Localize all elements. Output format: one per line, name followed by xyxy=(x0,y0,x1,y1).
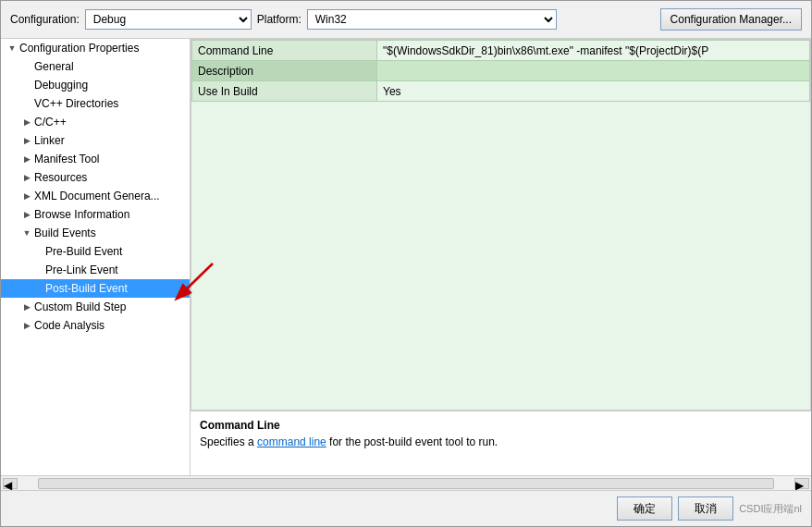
tree-label-post-build: Post-Build Event xyxy=(45,279,128,298)
right-panel: Command Line "$(WindowsSdkDir_81)bin\x86… xyxy=(191,39,811,475)
tree-label-vc-directories: VC++ Directories xyxy=(34,94,118,113)
prop-value-command-line[interactable]: "$(WindowsSdkDir_81)bin\x86\mt.exe" -man… xyxy=(377,41,810,61)
expander-cpp[interactable]: ▶ xyxy=(19,115,34,129)
property-grid: Command Line "$(WindowsSdkDir_81)bin\x86… xyxy=(191,39,811,411)
tree-item-custom-build[interactable]: ▶ Custom Build Step xyxy=(1,298,190,316)
expander-manifest-tool[interactable]: ▶ xyxy=(19,152,34,166)
tree-label-general: General xyxy=(34,57,74,76)
config-label: Configuration: xyxy=(10,13,80,26)
expander-custom-build[interactable]: ▶ xyxy=(19,300,34,314)
tree-label-pre-link: Pre-Link Event xyxy=(45,261,118,279)
description-panel: Command Line Specifies a command line fo… xyxy=(191,411,811,475)
prop-name-description: Description xyxy=(192,61,377,81)
tree-item-config-properties[interactable]: ▼ Configuration Properties xyxy=(1,39,190,57)
prop-name-command-line: Command Line xyxy=(192,41,377,61)
ok-button[interactable]: 确定 xyxy=(617,496,672,521)
platform-select[interactable]: Win32 xyxy=(307,9,557,30)
prop-value-use-in-build[interactable]: Yes xyxy=(377,81,810,102)
prop-name-use-in-build: Use In Build xyxy=(192,81,377,102)
tree-item-build-events[interactable]: ▼ Build Events xyxy=(1,224,190,242)
platform-label: Platform: xyxy=(257,13,301,26)
expander-browse-info[interactable]: ▶ xyxy=(19,207,34,222)
description-title: Command Line xyxy=(200,419,802,432)
left-panel: ▼ Configuration Properties General Deb xyxy=(1,39,191,475)
tree-label-code-analysis: Code Analysis xyxy=(34,316,105,335)
expander-xml-doc[interactable]: ▶ xyxy=(19,189,34,203)
expander-config-properties[interactable]: ▼ xyxy=(5,41,19,55)
tree-root: ▼ Configuration Properties General Deb xyxy=(1,39,190,335)
scroll-left-btn[interactable]: ◀ xyxy=(3,478,18,489)
bottom-bar: 确定 取消 CSDI应用端nl xyxy=(1,490,811,526)
tree-item-general[interactable]: General xyxy=(1,57,190,76)
prop-value-description[interactable] xyxy=(377,61,810,81)
tree-item-cpp[interactable]: ▶ C/C++ xyxy=(1,113,190,131)
cancel-button[interactable]: 取消 xyxy=(678,496,733,521)
tree-label-linker: Linker xyxy=(34,131,65,150)
tree-label-browse-info: Browse Information xyxy=(34,205,129,224)
tree-item-resources[interactable]: ▶ Resources xyxy=(1,168,190,187)
tree-label-cpp: C/C++ xyxy=(34,113,67,131)
tree-item-pre-link[interactable]: Pre-Link Event xyxy=(1,261,190,279)
watermark-label: CSDI应用端nl xyxy=(739,502,802,516)
tree-label-resources: Resources xyxy=(34,168,87,187)
tree-label-build-events: Build Events xyxy=(34,224,96,242)
main-content: ▼ Configuration Properties General Deb xyxy=(1,39,811,475)
expander-code-analysis[interactable]: ▶ xyxy=(19,318,34,333)
prop-row-description[interactable]: Description xyxy=(192,61,810,81)
tree-item-manifest-tool[interactable]: ▶ Manifest Tool xyxy=(1,150,190,168)
toolbar: Configuration: Debug Platform: Win32 Con… xyxy=(1,1,811,39)
expander-linker[interactable]: ▶ xyxy=(19,133,34,148)
expander-resources[interactable]: ▶ xyxy=(19,170,34,185)
tree-label-debugging: Debugging xyxy=(34,76,88,94)
description-link: command line xyxy=(257,435,326,448)
description-text: Specifies a command line for the post-bu… xyxy=(200,435,802,448)
tree-item-vc-directories[interactable]: VC++ Directories xyxy=(1,94,190,113)
tree-item-browse-info[interactable]: ▶ Browse Information xyxy=(1,205,190,224)
prop-row-use-in-build[interactable]: Use In Build Yes xyxy=(192,81,810,102)
main-dialog: Configuration: Debug Platform: Win32 Con… xyxy=(0,0,812,527)
tree-item-debugging[interactable]: Debugging xyxy=(1,76,190,94)
tree-label-config-properties: Configuration Properties xyxy=(19,39,139,57)
tree-item-xml-doc[interactable]: ▶ XML Document Genera... xyxy=(1,187,190,205)
config-select[interactable]: Debug xyxy=(85,9,252,30)
tree-label-manifest-tool: Manifest Tool xyxy=(34,150,99,168)
tree-label-custom-build: Custom Build Step xyxy=(34,298,126,316)
expander-debugging xyxy=(19,78,34,92)
scroll-right-btn[interactable]: ▶ xyxy=(794,478,809,489)
horizontal-scrollbar[interactable] xyxy=(38,478,774,489)
tree-item-post-build[interactable]: Post-Build Event xyxy=(1,279,190,298)
tree-label-xml-doc: XML Document Genera... xyxy=(34,187,160,205)
tree-item-linker[interactable]: ▶ Linker xyxy=(1,131,190,150)
tree-item-code-analysis[interactable]: ▶ Code Analysis xyxy=(1,316,190,335)
expander-vc-dirs xyxy=(19,96,34,111)
expander-pre-build xyxy=(31,244,45,259)
prop-row-command-line[interactable]: Command Line "$(WindowsSdkDir_81)bin\x86… xyxy=(192,41,810,61)
expander-general xyxy=(19,59,34,74)
expander-pre-link xyxy=(31,263,45,277)
tree-label-pre-build: Pre-Build Event xyxy=(45,242,122,261)
expander-post-build xyxy=(31,281,45,296)
config-manager-button[interactable]: Configuration Manager... xyxy=(660,8,802,31)
prop-table: Command Line "$(WindowsSdkDir_81)bin\x86… xyxy=(191,40,810,102)
tree-item-pre-build[interactable]: Pre-Build Event xyxy=(1,242,190,261)
expander-build-events[interactable]: ▼ xyxy=(19,226,34,240)
scrollbar-row: ◀ ▶ xyxy=(1,475,811,490)
